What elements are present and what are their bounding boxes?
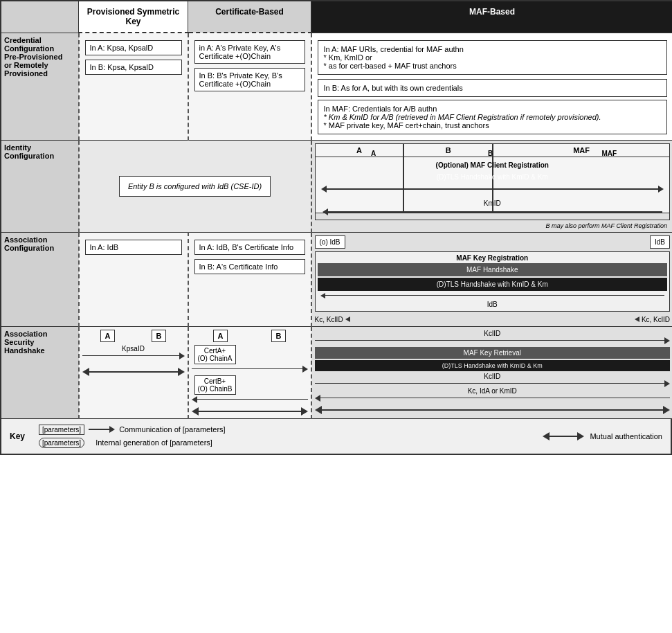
maf-cred-box: In A: MAF URIs, credential for MAF authn…: [318, 40, 668, 75]
kpsaid-arr: [82, 353, 185, 359]
header-sym-key: Provisioned Symmetric Key: [79, 1, 188, 33]
assoc-idb-right: IdB: [650, 235, 670, 249]
assoc-idb-arrow: [320, 293, 665, 298]
cert-a-arr: [192, 366, 308, 373]
cert-a-head: [302, 366, 308, 373]
sym-both-line: [89, 371, 178, 373]
cert-a-arrow-container: CertA+ (O) ChainA: [192, 345, 308, 373]
security-sym-cell: A B KpsaID: [79, 326, 188, 418]
sec-both-arrow: [315, 406, 671, 414]
sym-head-l: [82, 368, 89, 376]
sym-b-header: B: [152, 330, 167, 342]
mutual-head-r: [577, 432, 584, 440]
kclid-head: [664, 337, 670, 344]
header-cert: Certificate-Based: [188, 1, 311, 33]
key-label: Key: [10, 431, 25, 441]
sym-box1: In A: Kpsa, KpsalD: [85, 40, 182, 55]
association-row: Association Configuration In A: IdB In A…: [1, 232, 673, 326]
security-cert-cell: A B CertA+ (O) ChainA: [188, 326, 311, 418]
maf-key-retrieval-bar: MAF Key Retrieval: [315, 347, 671, 359]
cert-b-arrow-container: CertB+ (O) ChainB: [192, 375, 308, 403]
sym-box2: In B: Kpsa, KpsalD: [85, 60, 182, 75]
kpsaid-line: [82, 355, 179, 357]
assoc-kc-right: Kc, KclID: [635, 316, 670, 323]
credential-sym-cell: In A: Kpsa, KpsalD In B: Kpsa, KpsalD: [79, 33, 188, 140]
sym-a-header: A: [100, 330, 116, 342]
maf-text5: In MAF: Credentials for A/B authn: [324, 105, 662, 113]
cert-head-l: [192, 407, 199, 416]
cert-header-text: Certificate-Based: [215, 7, 284, 17]
key-sq-head: [109, 426, 115, 433]
cert-a-line: [192, 368, 302, 370]
kclid-inner-container: KclID: [315, 373, 671, 387]
key-items: [parameters] Communication of [parameter…: [39, 425, 226, 448]
assoc-idb-row: (o) IdB IdB: [315, 235, 671, 249]
assoc-cert-box1: In A: IdB, B's Certificate Info: [194, 240, 305, 255]
association-label: Association Configuration: [1, 232, 79, 326]
assoc-dtls-bar: (D)TLS Handshake with KmID & Km: [318, 278, 668, 291]
identity-entity-box: Entity B is configured with IdB (CSE-ID): [119, 176, 271, 197]
sec-maf-left: KclID MAF Key Retrieval: [315, 330, 671, 414]
assoc-arr-line: [325, 295, 665, 296]
kc-ida-label: Kc, IdA or KmID: [315, 387, 671, 395]
key-section: Key [parameters] Communication of [param…: [1, 419, 671, 454]
kclid-inner-head: [664, 380, 670, 387]
sec-dtls-bar: (D)TLS Handshake with KmID & Km: [315, 360, 671, 371]
sec-head-l: [315, 406, 322, 414]
key-sq-item: [parameters] Communication of [parameter…: [39, 425, 226, 435]
maf-text7: * MAF private key, MAF cert+chain, trust…: [324, 121, 662, 130]
key-sq-arrow: [89, 426, 115, 433]
kclid-top-container: KclID: [315, 330, 671, 344]
assoc-kc-arr: [345, 316, 350, 322]
maf-text3: * as for cert-based + MAF trust anchors: [324, 62, 662, 70]
cert-both-arrow: [192, 407, 308, 416]
maf-text4: In B: As for A, but with its own credent…: [324, 84, 662, 92]
header-row: Provisioned Symmetric Key Certificate-Ba…: [1, 1, 673, 33]
cert-box2: In B: B's Private Key, B's Certificate +…: [194, 68, 305, 91]
kc-ida-container: Kc, IdA or KmID: [315, 387, 671, 402]
identity-a-header: A: [316, 144, 403, 157]
key-sq-line: [89, 429, 109, 430]
cert-b-arr: [192, 396, 308, 403]
assoc-arr-head-l: [320, 293, 325, 298]
cert-box1: in A: A's Private Key, A's Certificate +…: [194, 40, 305, 64]
identity-sym-cert-cell: Entity B is configured with IdB (CSE-ID): [79, 140, 311, 232]
identity-maf-cell: A B MAF: [311, 140, 673, 232]
key-mutual-arrow: [543, 432, 584, 440]
arrow-line: [327, 188, 659, 190]
header-empty: [1, 1, 79, 33]
kpsaid-head: [179, 353, 185, 359]
maf-cred-box3: In MAF: Credentials for A/B authn * Km &…: [318, 100, 668, 134]
maf-cred-box2: In B: As for A, but with its own credent…: [318, 79, 668, 97]
security-row: Association Security Handshake A B: [1, 326, 673, 418]
assoc-maf-cell: (o) IdB IdB MAF Key Registration MAF Han…: [311, 232, 673, 326]
cert-b-head: [192, 396, 197, 403]
assoc-kc-arr2: [635, 316, 639, 322]
kc-ida-head: [315, 395, 320, 402]
maf-header-text: MAF-Based: [469, 7, 515, 17]
kclid-inner-label: KclID: [315, 373, 671, 380]
key-rd-param: [parameters]: [39, 438, 84, 448]
sym-ab-headers: A B: [82, 330, 185, 342]
kc-ida-arr: [315, 395, 671, 402]
arrow-head-right: [658, 186, 664, 193]
identity-b-header: B: [404, 144, 492, 157]
cert-a-header: A: [213, 330, 228, 342]
kclid-top-label: KclID: [315, 330, 671, 337]
kpsaid-arrow-container: KpsaID: [82, 345, 185, 359]
identity-maf-header: MAF: [493, 144, 669, 157]
sec-maf-layout: KclID MAF Key Retrieval: [315, 330, 671, 414]
credential-maf-cell: In A: MAF URIs, credential for MAF authn…: [311, 33, 673, 140]
identity-label: Identity Configuration: [1, 140, 79, 232]
credential-cert-cell: in A: A's Private Key, A's Certificate +…: [188, 33, 311, 140]
cert-b-line: [197, 399, 308, 400]
cert-b-header: B: [271, 330, 287, 342]
identity-col-a: A: [315, 143, 404, 213]
arrow-head-left: [321, 186, 327, 193]
assoc-kc-left: Kc, KclID: [315, 316, 350, 323]
kmid-arrow-head-l: [323, 208, 328, 215]
cert-a-box: CertA+ (O) ChainA: [194, 345, 236, 364]
assoc-cert-box2: In B: A's Certificate Info: [194, 259, 305, 274]
identity-a-content: [316, 157, 403, 213]
maf-key-reg-label: MAF Key Registration: [318, 254, 668, 262]
